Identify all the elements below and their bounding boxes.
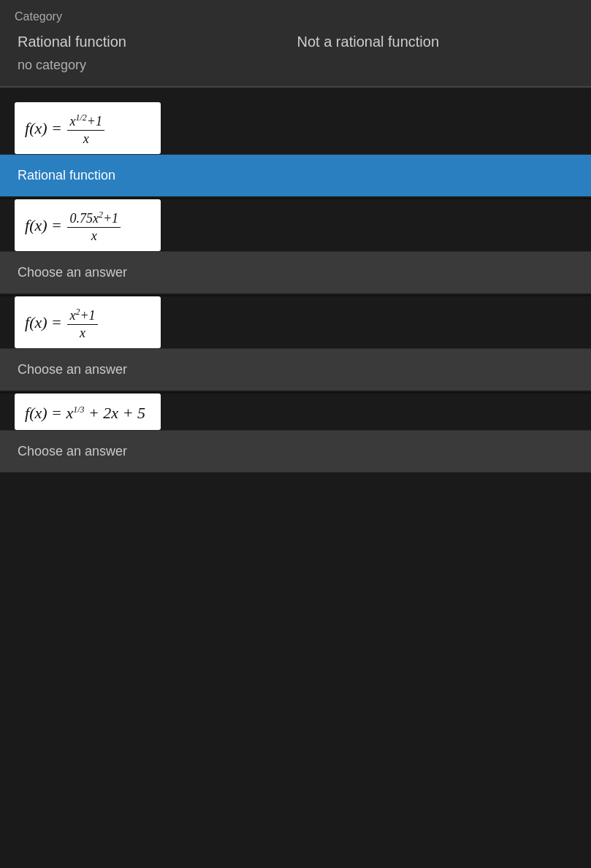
questions-container: f(x) = x1/2+1 x Rational function f(x) =… xyxy=(0,88,591,472)
formula-card-4: f(x) = x1/3 + 2x + 5 xyxy=(15,393,161,430)
answer-text-2: Choose an answer xyxy=(18,265,127,280)
answer-text-3: Choose an answer xyxy=(18,362,127,377)
formula-card-3: f(x) = x2+1 x xyxy=(15,296,161,348)
answer-row-2[interactable]: Choose an answer xyxy=(0,251,591,293)
answer-row-3[interactable]: Choose an answer xyxy=(0,348,591,391)
category-col-rational: Rational function xyxy=(15,31,297,53)
category-header: Category Rational function Not a rationa… xyxy=(0,0,591,88)
category-label: Category xyxy=(15,10,576,23)
question-group-4: f(x) = x1/3 + 2x + 5 Choose an answer xyxy=(0,393,591,472)
answer-row-4[interactable]: Choose an answer xyxy=(0,430,591,472)
formula-2: f(x) = 0.75x2+1 x xyxy=(25,216,122,234)
formula-1: f(x) = x1/2+1 x xyxy=(25,119,106,137)
question-group-2: f(x) = 0.75x2+1 x Choose an answer xyxy=(0,199,591,293)
answer-row-1[interactable]: Rational function xyxy=(0,154,591,196)
category-col-no-category: no category xyxy=(15,58,576,73)
answer-text-1: Rational function xyxy=(18,168,115,183)
formula-card-2: f(x) = 0.75x2+1 x xyxy=(15,199,161,251)
answer-text-4: Choose an answer xyxy=(18,444,127,458)
question-group-3: f(x) = x2+1 x Choose an answer xyxy=(0,296,591,391)
formula-4: f(x) = x1/3 + 2x + 5 xyxy=(25,404,145,422)
category-col-not-rational: Not a rational function xyxy=(297,31,577,53)
formula-card-1: f(x) = x1/2+1 x xyxy=(15,102,161,154)
formula-3: f(x) = x2+1 x xyxy=(25,313,99,331)
question-group-1: f(x) = x1/2+1 x Rational function xyxy=(0,102,591,196)
